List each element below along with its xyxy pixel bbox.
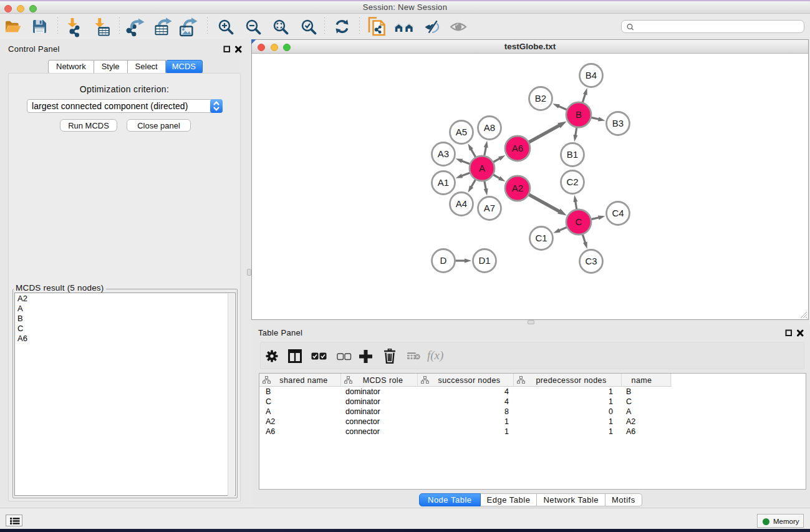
svg-text:B3: B3 (612, 118, 624, 128)
svg-text:B2: B2 (535, 93, 546, 104)
svg-text:A5: A5 (456, 127, 467, 137)
svg-text:C4: C4 (612, 208, 624, 218)
svg-text:A4: A4 (456, 198, 467, 209)
svg-text:B1: B1 (567, 149, 578, 160)
svg-text:B4: B4 (586, 70, 597, 80)
svg-text:C3: C3 (585, 256, 597, 266)
svg-text:B: B (576, 109, 582, 120)
svg-text:C2: C2 (566, 177, 578, 187)
svg-text:A6: A6 (512, 143, 523, 153)
svg-text:A1: A1 (438, 177, 449, 188)
svg-text:C: C (576, 216, 582, 227)
svg-text:D1: D1 (478, 255, 490, 266)
svg-text:A7: A7 (484, 203, 495, 213)
svg-text:A3: A3 (438, 148, 449, 159)
svg-text:A: A (479, 163, 485, 173)
svg-text:D: D (440, 255, 447, 266)
svg-text:A8: A8 (484, 122, 495, 133)
svg-text:A2: A2 (512, 183, 523, 193)
svg-text:C1: C1 (535, 233, 547, 243)
